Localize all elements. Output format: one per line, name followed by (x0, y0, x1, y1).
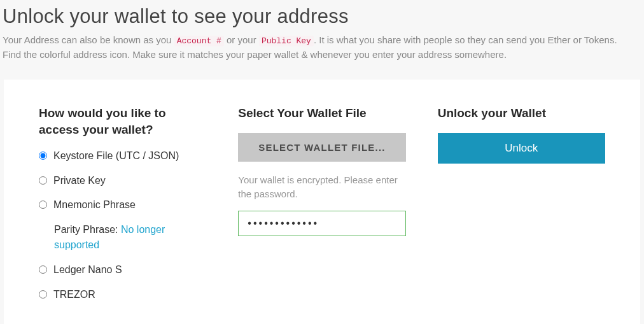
desc-text: or your (224, 34, 259, 45)
password-input[interactable] (238, 211, 405, 236)
radio-label-keystore: Keystore File (UTC / JSON) (53, 149, 179, 163)
radio-item-private-key[interactable]: Private Key (39, 174, 206, 188)
page-title: Unlock your wallet to see your address (0, 0, 644, 33)
radio-item-ledger[interactable]: Ledger Nano S (39, 263, 206, 277)
radio-item-trezor[interactable]: TREZOR (39, 288, 206, 302)
select-wallet-file-button[interactable]: SELECT WALLET FILE... (238, 133, 405, 162)
radio-item-keystore[interactable]: Keystore File (UTC / JSON) (39, 149, 206, 163)
radio-label-ledger: Ledger Nano S (53, 263, 122, 277)
radio-label-private-key: Private Key (53, 174, 106, 188)
radio-mnemonic[interactable] (39, 201, 47, 209)
access-radio-list: Keystore File (UTC / JSON) Private Key M… (39, 149, 206, 302)
radio-label-trezor: TREZOR (53, 288, 95, 302)
parity-prefix: Parity Phrase: (54, 224, 121, 235)
access-heading: How would you like to access your wallet… (39, 105, 206, 137)
access-method-column: How would you like to access your wallet… (39, 105, 206, 312)
unlock-column: Unlock your Wallet Unlock (438, 105, 605, 312)
radio-private-key[interactable] (39, 176, 47, 185)
wallet-file-column: Select Your Wallet File SELECT WALLET FI… (238, 105, 405, 312)
unlock-button[interactable]: Unlock (438, 133, 605, 164)
public-key-code-tag: Public Key (259, 36, 314, 46)
radio-trezor[interactable] (39, 290, 47, 299)
radio-keystore[interactable] (39, 151, 47, 160)
desc-text: Your Address can also be known as you (3, 34, 174, 45)
account-code-tag: Account # (174, 36, 224, 46)
wallet-card: How would you like to access your wallet… (4, 80, 640, 324)
unlock-heading: Unlock your Wallet (438, 105, 605, 122)
parity-note-item: Parity Phrase: No longer supported (39, 222, 206, 253)
password-helper-text: Your wallet is encrypted. Please enter t… (238, 173, 405, 202)
file-heading: Select Your Wallet File (238, 105, 405, 122)
radio-label-mnemonic: Mnemonic Phrase (53, 198, 136, 212)
radio-ledger[interactable] (39, 265, 47, 274)
page-description: Your Address can also be known as you Ac… (0, 33, 644, 80)
radio-item-mnemonic[interactable]: Mnemonic Phrase (39, 198, 206, 212)
